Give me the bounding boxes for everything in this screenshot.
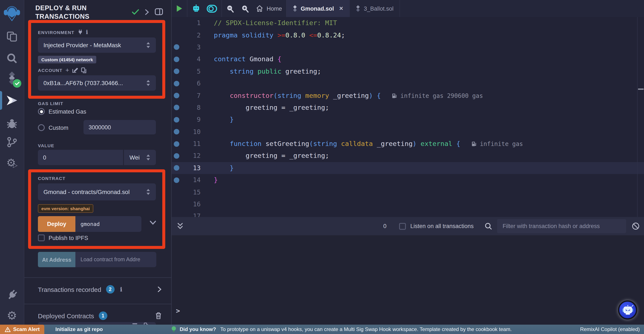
tab-gmonad[interactable]: Gmonad.sol ✕ bbox=[287, 0, 350, 17]
environment-select[interactable]: Injected Provider - MetaMask bbox=[38, 37, 156, 53]
deploy-and-run-icon[interactable] bbox=[4, 92, 20, 109]
panel-title: DEPLOY & RUN TRANSACTIONS bbox=[35, 4, 138, 21]
transactions-info-icon[interactable]: i bbox=[120, 286, 122, 293]
contract-select[interactable]: Gmonad - contracts/Gmonad.sol bbox=[38, 183, 156, 200]
clear-terminal-icon[interactable] bbox=[632, 222, 640, 230]
settings-icon[interactable]: ⚙ bbox=[4, 307, 20, 324]
scam-alert-button[interactable]: Scam Alert bbox=[0, 325, 44, 334]
code-line[interactable]: 15 bbox=[172, 186, 644, 198]
gutter-dot[interactable] bbox=[174, 57, 179, 62]
gutter-dot[interactable] bbox=[174, 117, 179, 123]
environment-info-icon[interactable]: i bbox=[86, 29, 88, 35]
remix-logo-icon[interactable] bbox=[4, 5, 20, 22]
plugin-connect-icon[interactable] bbox=[4, 287, 20, 304]
collapse-icon[interactable] bbox=[132, 323, 137, 324]
solidity-file-icon bbox=[292, 5, 297, 12]
git-icon[interactable] bbox=[4, 134, 20, 151]
gutter-dot[interactable] bbox=[174, 141, 179, 147]
code-line[interactable]: 4contract Gmonad { bbox=[172, 53, 644, 65]
code-line[interactable]: 2pragma solidity >=0.8.0 <=0.8.24; bbox=[172, 29, 644, 41]
code-line[interactable]: 11 function setGreeting(string calldata … bbox=[172, 138, 644, 150]
at-address-input[interactable] bbox=[76, 252, 156, 267]
plugin-manager-icon[interactable]: ⚙▷ bbox=[4, 154, 20, 171]
transaction-filter-input[interactable] bbox=[497, 219, 626, 233]
code-text: string public greeting; bbox=[214, 68, 321, 75]
close-tab-icon[interactable]: ✕ bbox=[339, 5, 343, 11]
terminal-search-icon[interactable] bbox=[485, 223, 492, 230]
deploy-arg-input[interactable] bbox=[76, 216, 142, 232]
gutter-dot[interactable] bbox=[174, 44, 179, 50]
remixai-assistant-button[interactable] bbox=[618, 300, 637, 320]
account-select[interactable]: 0xB1a...AF67b (7037.30466... bbox=[38, 75, 156, 91]
gutter-dot[interactable] bbox=[174, 93, 179, 98]
code-line[interactable]: 9 } bbox=[172, 114, 644, 126]
transactions-recorded-row[interactable]: Transactions recorded 2 i bbox=[38, 285, 162, 294]
gutter-dot[interactable] bbox=[174, 153, 179, 159]
editor-scrollbar-thumb[interactable] bbox=[638, 88, 644, 90]
expand-deploy-chevron-icon[interactable] bbox=[150, 220, 156, 225]
gas-limit-label: GAS LIMIT bbox=[38, 101, 63, 106]
copilot-toggle-icon[interactable] bbox=[206, 4, 217, 12]
code-text: greeting = _greeting; bbox=[214, 152, 329, 160]
publish-ipfs-checkbox[interactable] bbox=[38, 234, 45, 241]
terminal-output[interactable]: > bbox=[172, 235, 644, 334]
section-divider bbox=[24, 277, 172, 278]
code-line[interactable]: 16 bbox=[172, 198, 644, 210]
deployed-contracts-row[interactable]: Deployed Contracts 1 bbox=[38, 312, 162, 320]
pin-check-icon[interactable] bbox=[132, 9, 139, 15]
expand-chevron-icon[interactable] bbox=[145, 9, 149, 15]
copy-account-icon[interactable] bbox=[81, 67, 87, 73]
code-line[interactable]: 5 string public greeting; bbox=[172, 65, 644, 77]
custom-gas-radio[interactable] bbox=[38, 124, 45, 131]
pin-panel-icon[interactable] bbox=[154, 8, 163, 15]
add-account-icon[interactable]: + bbox=[66, 66, 69, 74]
code-line[interactable]: 10 bbox=[172, 126, 644, 138]
file-explorer-icon[interactable] bbox=[4, 28, 20, 45]
custom-gas-label: Custom bbox=[48, 125, 68, 131]
deploy-run-panel: DEPLOY & RUN TRANSACTIONS ENVIRONMENT i … bbox=[24, 0, 172, 334]
value-unit-select[interactable]: Wei bbox=[124, 150, 156, 165]
trash-icon[interactable] bbox=[156, 312, 162, 319]
code-line[interactable]: 13 } bbox=[172, 162, 644, 174]
code-line[interactable]: 3 bbox=[172, 41, 644, 53]
code-text: greeting = _greeting; bbox=[214, 104, 329, 111]
search-icon[interactable] bbox=[4, 50, 20, 67]
line-number: 5 bbox=[179, 68, 200, 75]
line-number: 9 bbox=[179, 116, 200, 124]
code-line[interactable]: 7 constructor(string memory _greeting) {… bbox=[172, 90, 644, 102]
git-init-button[interactable]: Initialize as git repo bbox=[55, 326, 103, 332]
code-line[interactable]: 8 greeting = _greeting; bbox=[172, 101, 644, 114]
collapse-terminal-icon[interactable] bbox=[177, 223, 183, 230]
edit-account-icon[interactable] bbox=[72, 67, 78, 73]
gutter-dot[interactable] bbox=[174, 105, 179, 110]
copilot-status[interactable]: RemixAI Copilot (enabled) bbox=[580, 326, 640, 332]
code-line[interactable]: 12 greeting = _greeting; bbox=[172, 150, 644, 162]
deployed-contracts-label: Deployed Contracts bbox=[38, 312, 94, 319]
remixai-robot-icon[interactable] bbox=[192, 4, 200, 13]
code-text: pragma solidity >=0.8.0 <=0.8.24; bbox=[214, 31, 345, 39]
code-line[interactable]: 1// SPDX-License-Identifier: MIT bbox=[172, 17, 644, 29]
run-script-icon[interactable] bbox=[176, 5, 183, 12]
tab-ballot[interactable]: 3_Ballot.sol bbox=[350, 0, 400, 17]
gutter-dot[interactable] bbox=[174, 165, 179, 171]
debugger-icon[interactable] bbox=[4, 115, 20, 132]
gutter-dot[interactable] bbox=[174, 81, 179, 86]
zoom-out-icon[interactable] bbox=[226, 4, 234, 12]
deploy-button[interactable]: Deploy bbox=[38, 216, 76, 232]
code-line[interactable]: 14} bbox=[172, 174, 644, 186]
zoom-in-icon[interactable] bbox=[241, 4, 249, 12]
gutter-dot[interactable] bbox=[174, 177, 179, 183]
gutter-dot[interactable] bbox=[174, 129, 179, 134]
listen-all-checkbox[interactable] bbox=[399, 223, 406, 230]
code-editor[interactable]: 1// SPDX-License-Identifier: MIT2pragma … bbox=[172, 17, 644, 217]
tab-home[interactable]: Home bbox=[256, 5, 282, 12]
at-address-button[interactable]: At Address bbox=[38, 252, 76, 267]
plug-icon[interactable] bbox=[77, 29, 83, 35]
gutter-dot[interactable] bbox=[174, 69, 179, 74]
value-input[interactable] bbox=[38, 150, 123, 165]
transactions-expand-icon[interactable] bbox=[158, 286, 162, 292]
estimated-gas-radio[interactable] bbox=[38, 108, 45, 115]
custom-gas-input[interactable] bbox=[84, 120, 156, 134]
code-line[interactable]: 17 bbox=[172, 210, 644, 217]
code-line[interactable]: 6 bbox=[172, 77, 644, 90]
